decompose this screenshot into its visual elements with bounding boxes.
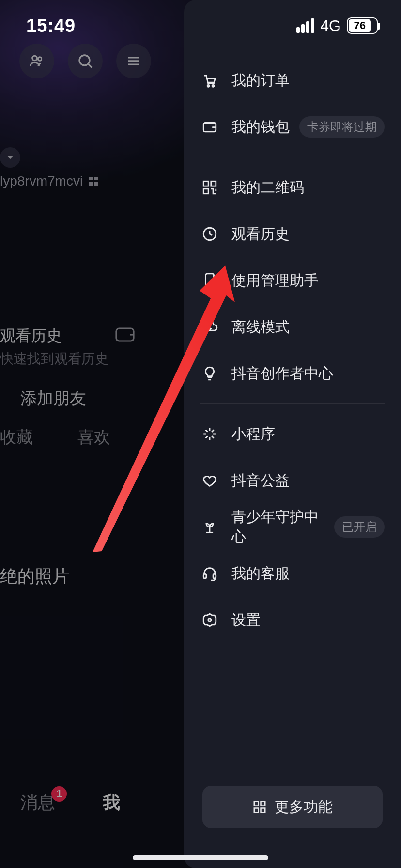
status-time: 15:49: [26, 16, 76, 36]
headset-icon: [200, 564, 219, 583]
bulb-icon: [200, 364, 219, 383]
svg-point-11: [212, 126, 214, 128]
status-bar: 15:49 4G 76: [0, 0, 401, 51]
menu-badge: 卡券即将过期: [299, 116, 385, 138]
menu-label: 抖音公益: [231, 471, 385, 491]
menu-label: 抖音创作者中心: [231, 364, 385, 384]
menu-charity[interactable]: 抖音公益: [184, 457, 401, 504]
svg-rect-18: [203, 574, 206, 578]
signal-icon: [296, 18, 314, 33]
more-features-label: 更多功能: [275, 797, 333, 817]
menu-offline-mode[interactable]: 离线模式: [184, 304, 401, 350]
svg-rect-12: [203, 181, 208, 186]
svg-rect-13: [211, 181, 216, 186]
menu-settings[interactable]: 设置: [184, 597, 401, 643]
menu-label: 我的订单: [231, 71, 385, 91]
menu-my-wallet[interactable]: 我的钱包 卡券即将过期: [184, 104, 401, 150]
svg-rect-14: [203, 189, 208, 194]
menu-label: 我的钱包: [231, 117, 295, 137]
menu-my-qrcode[interactable]: 我的二维码: [184, 164, 401, 211]
svg-point-8: [207, 85, 209, 87]
menu-label: 我的客服: [231, 564, 385, 584]
menu-customer-service[interactable]: 我的客服: [184, 550, 401, 597]
qr-icon: [200, 178, 219, 197]
menu-label: 使用管理助手: [231, 271, 385, 291]
menu-badge: 已开启: [334, 516, 385, 538]
cloud-download-icon: [200, 318, 219, 336]
spark-icon: [200, 425, 219, 443]
menu-label: 青少年守护中心: [231, 507, 330, 547]
more-features-button[interactable]: 更多功能: [202, 786, 383, 828]
menu-teen-protection[interactable]: 青少年守护中心 已开启: [184, 504, 401, 550]
wallet-icon: [200, 118, 219, 136]
svg-rect-23: [254, 808, 259, 813]
menu-creator-center[interactable]: 抖音创作者中心: [184, 350, 401, 397]
menu-label: 小程序: [231, 424, 385, 444]
battery-icon: 76: [347, 17, 378, 34]
menu-label: 我的二维码: [231, 178, 385, 198]
menu-watch-history[interactable]: 观看历史: [184, 211, 401, 257]
menu-usage-assistant[interactable]: 使用管理助手: [184, 257, 401, 304]
heart-icon: [200, 471, 219, 490]
menu-label: 设置: [231, 610, 385, 630]
svg-point-20: [208, 619, 212, 622]
menu-divider: [200, 403, 385, 404]
sprout-icon: [200, 518, 219, 536]
menu-label: 离线模式: [231, 317, 385, 337]
clock-icon: [200, 225, 219, 243]
svg-rect-21: [254, 802, 259, 806]
svg-rect-24: [261, 808, 265, 813]
drawer-menu: 我的订单 我的钱包 卡券即将过期 我的二维码 观看历史 使用管理助手 离线模式 …: [184, 57, 401, 643]
menu-my-orders[interactable]: 我的订单: [184, 57, 401, 104]
svg-rect-22: [261, 802, 265, 806]
menu-mini-program[interactable]: 小程序: [184, 411, 401, 457]
phone-icon: [200, 271, 219, 290]
menu-label: 观看历史: [231, 224, 385, 244]
gear-icon: [200, 611, 219, 629]
svg-rect-19: [213, 574, 216, 578]
svg-point-9: [212, 85, 214, 87]
side-drawer: 我的订单 我的钱包 卡券即将过期 我的二维码 观看历史 使用管理助手 离线模式 …: [184, 0, 401, 868]
home-indicator: [133, 855, 268, 860]
network-label: 4G: [320, 17, 341, 35]
menu-divider: [200, 157, 385, 157]
cart-icon: [200, 71, 219, 90]
